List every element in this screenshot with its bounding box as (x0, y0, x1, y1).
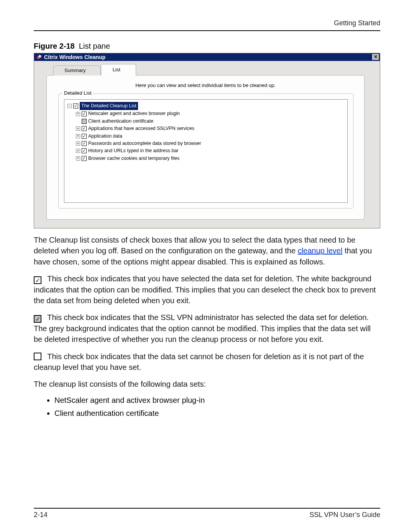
checkbox-root[interactable]: ✓ (73, 103, 78, 108)
tree-item-label: History and URLs typed in the address ba… (88, 147, 179, 154)
cleanup-level-link[interactable]: cleanup level (298, 246, 343, 255)
paragraph-checked-grey: ✓ This check box indicates that the SSL … (34, 312, 380, 345)
window-body: Summary List Here you can view and selec… (34, 61, 380, 228)
tree-root[interactable]: − ✓ The Detailed Cleanup List (67, 102, 344, 110)
header-section: Getting Started (34, 19, 380, 27)
expand-icon[interactable]: + (76, 126, 80, 131)
tree-item-label: Client authentication certificate (88, 118, 153, 125)
expand-icon[interactable]: + (76, 134, 80, 138)
p4-text: This check box indicates that the data s… (34, 352, 364, 371)
paragraph-intro: The Cleanup list consists of check boxes… (34, 235, 380, 267)
checkbox[interactable]: ✓ (82, 141, 87, 146)
paragraph-unchecked: This check box indicates that the data s… (34, 351, 380, 373)
expand-icon[interactable]: + (76, 156, 80, 161)
checkbox-empty-icon (34, 353, 41, 360)
close-button[interactable]: ✕ (372, 54, 379, 60)
app-icon (36, 54, 42, 60)
tab-summary[interactable]: Summary (53, 66, 101, 76)
checkbox-checked-grey-icon: ✓ (34, 315, 41, 323)
tab-list[interactable]: List (101, 64, 136, 76)
detailed-list-groupbox: Detailed List − ✓ The Detailed Cleanup L… (58, 94, 353, 209)
tree-item[interactable]: + ✓ Applcations that have accessed SSLVP… (76, 125, 344, 132)
tab-hint: Here you can view and select individual … (54, 82, 356, 88)
tree-view[interactable]: − ✓ The Detailed Cleanup List + ✓ Netsca… (64, 99, 348, 203)
checkbox[interactable]: ✓ (82, 126, 87, 131)
tree-item-label: Passwords and autocomplete data stored b… (88, 140, 201, 147)
doc-title: SSL VPN User’s Guide (309, 511, 380, 519)
tree-item-label: Applcations that have accessed SSLVPN se… (88, 125, 194, 132)
checkbox[interactable]: ✓ (82, 112, 87, 117)
svg-point-1 (39, 55, 41, 58)
p2-text: This check box indicates that you have s… (34, 274, 376, 305)
list-item: NetScaler agent and activex browser plug… (54, 394, 380, 407)
list-item: Client authentication certificate (54, 407, 380, 420)
tree-item[interactable]: + ✓ Application data (76, 133, 344, 140)
paragraph-datasets-intro: The cleanup list consists of the followi… (34, 379, 380, 389)
figure-title: List pane (79, 42, 110, 50)
checkbox-disabled (82, 119, 87, 124)
tree-item[interactable]: + ✓ History and URLs typed in the addres… (76, 147, 344, 154)
tabpanel-list: Here you can view and select individual … (46, 75, 365, 220)
figure-caption: Figure 2-18 List pane (34, 42, 380, 51)
checkbox[interactable]: ✓ (82, 134, 87, 139)
tree-root-label[interactable]: The Detailed Cleanup List (80, 102, 138, 110)
window-titlebar: Citrix Windows Cleanup ✕ (34, 53, 380, 61)
collapse-icon[interactable]: − (67, 104, 72, 108)
expand-icon[interactable]: + (76, 112, 80, 116)
groupbox-legend: Detailed List (62, 90, 93, 96)
tree-item[interactable]: + ✓ Netscaler agent and activex browser … (76, 110, 344, 117)
tab-row: Summary List (39, 64, 375, 76)
tree-item-label: Application data (88, 133, 122, 140)
p3-text: This check box indicates that the SSL VP… (34, 313, 371, 343)
figure-label: Figure 2-18 (34, 42, 75, 50)
expand-icon[interactable]: + (76, 149, 80, 153)
page-number: 2-14 (34, 511, 48, 519)
tree-item[interactable]: + ✓ Browser cache cookies and temporary … (76, 155, 344, 162)
tree-item-label: Netscaler agent and activex browser plug… (88, 110, 180, 117)
screenshot-window: Citrix Windows Cleanup ✕ Summary List He… (34, 53, 380, 228)
paragraph-checked-white: ✓ This check box indicates that you have… (34, 273, 380, 306)
window-title: Citrix Windows Cleanup (44, 54, 105, 60)
checkbox-checked-white-icon: ✓ (34, 276, 41, 284)
footer-rule (34, 508, 380, 509)
header-rule (34, 30, 380, 31)
tree-item-label: Browser cache cookies and temporary file… (88, 155, 179, 162)
tree-item[interactable]: + ✓ Passwords and autocomplete data stor… (76, 140, 344, 147)
tree-item[interactable]: Client authentication certificate (76, 118, 344, 125)
spacer (76, 119, 80, 123)
footer: 2-14 SSL VPN User’s Guide (34, 500, 380, 519)
checkbox[interactable]: ✓ (82, 148, 87, 153)
dataset-list: NetScaler agent and activex browser plug… (54, 394, 380, 420)
expand-icon[interactable]: + (76, 141, 80, 146)
checkbox[interactable]: ✓ (82, 156, 87, 161)
